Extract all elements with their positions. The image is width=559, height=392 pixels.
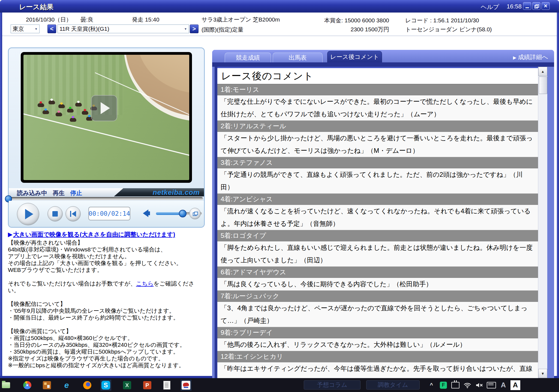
window-title: レース結果	[19, 2, 53, 11]
track-select-value: 東京	[13, 25, 24, 33]
play-button[interactable]	[17, 203, 39, 225]
window-border-right	[557, 13, 559, 378]
powerpoint-icon[interactable]: P	[142, 380, 153, 391]
result-detail-link[interactable]: ▶成績詳細へ	[513, 53, 548, 61]
forecast-column-button[interactable]: 予想コラム	[304, 380, 360, 390]
play-icon	[25, 209, 33, 219]
tab-strip: 競走成績 出馬表 レース後コメント ▶成績詳細へ	[212, 50, 554, 62]
power-plug-icon[interactable]	[449, 380, 461, 391]
touch-keyboard-icon[interactable]	[485, 380, 497, 391]
scroll-down-button[interactable]: ▼	[538, 369, 547, 378]
record-line2: トーセンジョーダン ピンナ(58.0)	[405, 25, 492, 34]
wifi-icon[interactable]	[461, 380, 473, 391]
chrome-icon[interactable]	[22, 380, 33, 391]
keiba-app-icon[interactable]	[181, 380, 191, 391]
comment-rank-row: 4着:アンビシャス	[217, 194, 538, 205]
skip-to-start-button[interactable]	[65, 206, 81, 221]
prize-line2: 2300 1500万円	[317, 25, 389, 34]
folder-icon[interactable]	[1, 380, 11, 391]
ime-mode-icon[interactable]: A	[509, 380, 521, 391]
note-paragraph: 【映像が再生されない場合】64bit版(非対応環境)・Windows8でご利用さ…	[8, 239, 202, 273]
restore-button[interactable]	[532, 2, 540, 10]
comments-content: レース後のコメント 1着:モーリス「完璧な仕上がりで今までにないレースができた。…	[217, 67, 538, 378]
volume-fill	[156, 212, 182, 215]
horse	[82, 111, 88, 115]
training-time-button[interactable]: 調教タイム	[366, 380, 420, 390]
help-menu[interactable]: ヘルプ	[481, 3, 499, 11]
close-button[interactable]: ×	[542, 2, 550, 10]
horse	[56, 113, 62, 116]
record-line1: レコード : 1:56.1 2011/10/30	[405, 16, 492, 25]
tray-green-app-icon[interactable]: F	[437, 380, 449, 391]
prev-race-button[interactable]: <	[47, 25, 56, 33]
record-info: レコード : 1:56.1 2011/10/30 トーセンジョーダン ピンナ(5…	[405, 16, 492, 34]
track-select[interactable]: 東京 ▼	[11, 25, 40, 33]
status-play[interactable]: 再生	[53, 190, 65, 196]
app-grid-icon[interactable]	[41, 380, 52, 391]
start-time: 発走 15:40	[132, 16, 159, 23]
horse	[58, 104, 65, 108]
track-condition: 曇:良	[80, 16, 94, 23]
title-bar: レース結果 ヘルプ 16:58 ×	[0, 0, 559, 13]
excel-icon[interactable]: X	[122, 380, 133, 391]
skype-icon[interactable]: S	[100, 380, 111, 391]
triangle-right-icon: ▶	[513, 55, 516, 60]
prize-line1: 本賞金: 15000 6000 3800	[317, 16, 389, 25]
document-icon[interactable]	[161, 380, 172, 391]
scroll-up-button[interactable]: ▲	[538, 67, 547, 76]
next-race-button[interactable]: >	[190, 25, 199, 33]
watch-bigscreen-link[interactable]: 大きい画面で映像を観る(大きさを自由に調整いただけます)	[13, 231, 175, 238]
minimize-button[interactable]	[523, 2, 531, 10]
brand-band: netkeiba.com	[114, 188, 204, 196]
stop-button[interactable]	[47, 206, 63, 221]
tray-chevron-icon[interactable]: ^	[425, 380, 437, 391]
play-icon	[101, 102, 110, 114]
race-video[interactable]	[23, 55, 189, 180]
video-play-overlay[interactable]	[91, 95, 117, 121]
comments-list: 1着:モーリス「完璧な仕上がりで今までにないレースができた。最初のコーナーで慌た…	[217, 84, 538, 378]
system-tray: ^ F A A	[425, 378, 521, 392]
chevron-down-icon: ▼	[184, 27, 187, 31]
firefox-icon[interactable]	[82, 380, 93, 391]
vertical-scrollbar[interactable]: ▲ ▼	[538, 67, 547, 378]
comment-body-row: 「馬は良くなっているし、今後に期待できる内容でした」（松田助手）	[217, 278, 538, 291]
chevron-left-icon: <	[50, 25, 54, 32]
tab-race-results[interactable]: 競走成績	[225, 53, 271, 62]
popout-icon	[193, 212, 197, 215]
horse	[38, 103, 44, 107]
race-header: 2016/10/30（日） 曇:良 発走 15:40 サラ3歳上オープン 芝B2…	[2, 13, 557, 36]
volume-handle[interactable]	[179, 210, 187, 217]
comments-title: レース後のコメント	[217, 68, 538, 84]
prize-money: 本賞金: 15000 6000 3800 2300 1500万円	[317, 16, 389, 34]
tab-entry-table[interactable]: 出馬表	[273, 53, 323, 62]
chevron-down-icon: ▼	[35, 27, 38, 31]
comment-body-row: 「予定通りの競馬ができて、直線もよく頑張ってくれました。ただ、前の2頭は強かった…	[217, 168, 538, 194]
volume-muted-icon[interactable]	[473, 380, 485, 391]
skip-back-icon	[72, 211, 76, 217]
comment-body-row: 「スタートから少し掛かったけど、馬場の悪いところを避けて一番いいところを走れた。…	[217, 132, 538, 157]
internet-explorer-icon[interactable]: e	[61, 380, 72, 391]
comment-rank-row: 5着:ロゴタイプ	[217, 230, 538, 241]
race-terms: (国際)(指定)定量	[202, 26, 244, 34]
watch-bigscreen-line: ▶大きい画面で映像を観る(大きさを自由に調整いただけます)	[8, 230, 175, 239]
race-select-value: 11R 天皇賞(秋)(G1)	[59, 25, 109, 33]
scrollbar-thumb[interactable]	[539, 77, 547, 94]
status-stop-link[interactable]: 停止	[70, 190, 82, 196]
ime-disabled-icon[interactable]: A	[497, 380, 509, 391]
player-status-bar: 読み込み中 再生 停止 netkeiba.com	[9, 188, 204, 196]
comment-rank-row: 2着:リアルスティール	[217, 121, 538, 132]
tab-post-race-comments[interactable]: レース後コメント	[327, 51, 382, 62]
race-select[interactable]: 11R 天皇賞(秋)(G1) ▼	[58, 25, 189, 33]
popout-button[interactable]	[189, 208, 201, 219]
video-player: 読み込み中 再生 停止 netkeiba.com 00:00/02:14	[8, 47, 205, 228]
comment-body-row: 「昨年はエキサイティングだったが、今年は優等生過ぎたかな。先手を取って折り合いは…	[217, 362, 538, 378]
speaker-icon[interactable]	[143, 209, 151, 218]
video-help-notes: 【映像が再生されない場合】64bit版(非対応環境)・Windows8でご利用さ…	[8, 239, 202, 375]
window-border-left	[0, 13, 2, 378]
result-panel: 競走成績 出馬表 レース後コメント ▶成績詳細へ レース後のコメント 1着:モー…	[212, 50, 554, 378]
seek-bar[interactable]	[10, 197, 203, 200]
comment-body-row: 「完璧な仕上がりで今までにないレースができた。最初のコーナーで慌ただしくなったし…	[217, 95, 538, 121]
kochira-link[interactable]: こちら	[136, 280, 154, 287]
horse	[75, 103, 82, 107]
time-display: 00:00/02:14	[88, 207, 130, 220]
